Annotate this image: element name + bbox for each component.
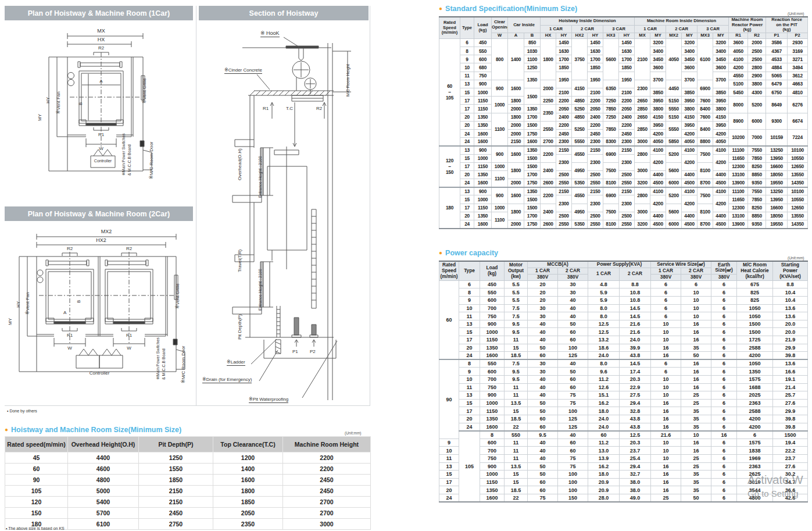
cell: 14350	[788, 179, 808, 187]
cell: 16	[681, 336, 711, 344]
cell: 4810	[788, 88, 808, 97]
cell: 3800	[650, 105, 666, 113]
cell: 1500	[524, 121, 541, 129]
cell: 450	[474, 38, 492, 47]
cell: 4200	[713, 129, 729, 137]
dim-mx: MX	[97, 28, 105, 34]
cell: 6	[711, 336, 737, 344]
cell: 8.0	[588, 312, 620, 320]
cell: 22	[505, 494, 528, 502]
cell: 6	[711, 447, 737, 455]
cell: 10100	[788, 146, 808, 154]
cell: 13	[439, 462, 459, 471]
cell: 12.6	[588, 383, 620, 391]
cell: 25.7	[773, 391, 808, 400]
header-cell: 2 CAR	[572, 25, 603, 33]
cell: 20	[460, 121, 474, 129]
cell: 4100	[650, 146, 666, 154]
cell: 2150	[139, 486, 213, 497]
cell: 20.3	[620, 375, 651, 383]
cell: 2500	[588, 170, 603, 179]
header-cell: Power Supply(KVA)	[588, 261, 651, 268]
dim-b: B	[76, 300, 82, 303]
cell: 3600	[682, 63, 697, 72]
header-cell: MCCB(A)	[528, 261, 588, 268]
plan-1car-drawing: MX HX R2 MY HY ※Vent Fan A B R1 W Contro…	[16, 27, 191, 204]
cell: 2250	[541, 97, 556, 105]
cell: 1950	[619, 72, 635, 88]
cell: 10100	[788, 187, 808, 195]
cell: 1000	[492, 204, 508, 212]
cell: 9.5	[505, 368, 528, 376]
cell: 8	[460, 47, 474, 55]
p2-label: P2	[310, 349, 316, 354]
cell: 3000	[635, 204, 650, 220]
header-cell: R2	[748, 33, 766, 39]
cell: 4950	[572, 204, 588, 220]
cell: 1000	[492, 97, 508, 113]
cell: 18.0	[588, 407, 620, 415]
cell: 75	[558, 391, 588, 400]
cell: 4500	[650, 220, 666, 229]
cell: 40	[558, 304, 588, 312]
cell: 750	[480, 454, 505, 462]
cell: 9.6	[588, 368, 620, 376]
power-table-mount: RatedSpeed(m/min)TypeLoad(kg)MotorOutput…	[439, 261, 807, 503]
cell: 1250	[139, 452, 213, 464]
cell: 5.9	[588, 297, 620, 305]
header-cell: HX3	[603, 33, 619, 39]
cell: 13	[459, 391, 480, 400]
cell: 24	[459, 352, 480, 360]
cell: 10	[459, 304, 480, 312]
cell: 7850	[603, 105, 619, 113]
dim-my: MY	[8, 318, 13, 325]
cell: 11	[459, 312, 480, 320]
cell: 2300	[619, 138, 635, 146]
header-cell: 380V	[681, 274, 711, 280]
cell: 6	[711, 304, 737, 312]
cell: 6	[651, 297, 681, 305]
cell: 30	[558, 280, 588, 288]
cell: 13900	[729, 220, 748, 229]
cell: 40	[528, 454, 558, 462]
cell: 2000	[508, 129, 524, 137]
cell: 4400	[650, 170, 666, 179]
dim-w: W	[99, 146, 103, 151]
cell: 29.4	[620, 462, 651, 471]
cell: 60	[558, 439, 588, 447]
cell: 6900	[697, 80, 713, 96]
cell: 5450	[729, 88, 748, 97]
cell: 6	[711, 391, 737, 400]
cell: 21.6	[620, 320, 651, 328]
cell: 1850	[588, 63, 603, 72]
cell: 1350	[480, 415, 505, 423]
cell: 18.5	[505, 352, 528, 360]
cell: 17	[460, 204, 474, 212]
cell: 2750	[139, 519, 213, 530]
cell: 4050	[713, 138, 729, 146]
cell: 60	[558, 375, 588, 383]
cell: 9300	[766, 113, 788, 129]
cell: 35	[681, 478, 711, 486]
header-cell: 380V	[528, 274, 558, 280]
left-panel: Plan of Hoistway & Machine Room (1Car) S…	[5, 5, 371, 528]
cell: 4550	[572, 187, 588, 204]
header-cell: RatedSpeed(m/min)	[439, 261, 459, 280]
dim-a: A	[63, 310, 66, 315]
cell: 10	[651, 328, 681, 336]
cell: 5200	[666, 187, 682, 204]
cell: 10	[651, 391, 681, 400]
cell: 23.7	[620, 447, 651, 455]
cell: 6000	[666, 220, 682, 229]
cell: 10	[651, 383, 681, 391]
cell: 100	[558, 478, 588, 486]
cell: 4533	[766, 55, 788, 63]
cell: 2200	[588, 97, 603, 105]
cell: 12650	[788, 162, 808, 170]
cell: 1600	[474, 220, 492, 229]
cell: 16	[681, 383, 711, 391]
cell: 6100	[68, 519, 139, 530]
cell: 1500	[737, 328, 773, 336]
header-cell: Service Wire Size(㎟)	[651, 261, 711, 268]
cell: 1050	[737, 359, 773, 368]
